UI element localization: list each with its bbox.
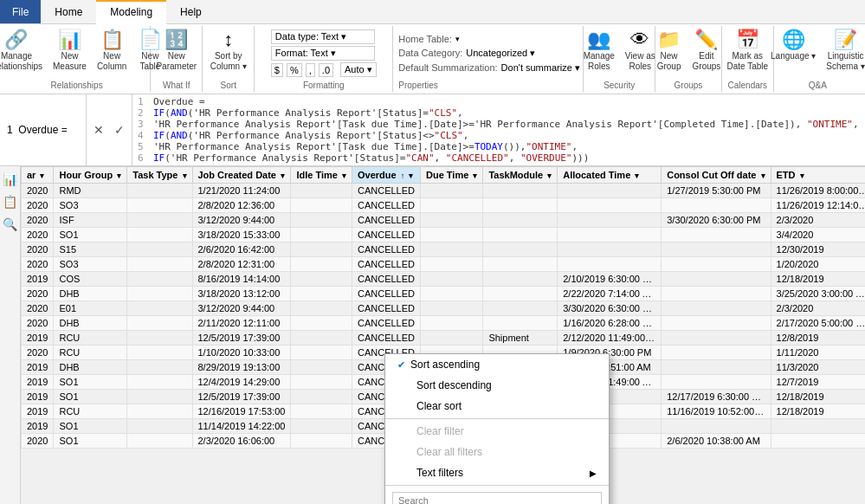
new-group-label: NewGroup [657,51,681,72]
table-cell: 3/12/2020 9:44:00 [192,301,291,316]
separator-2 [385,485,609,486]
col-header-idle-time[interactable]: Idle Time ▾ [291,167,352,184]
decimal-btn[interactable]: .0 [319,63,333,77]
table-cell [291,198,352,213]
mark-date-button[interactable]: 📅 Mark asDate Table [723,28,773,74]
col-header-ar[interactable]: ar ▾ [22,167,54,184]
edit-groups-icon: ✏️ [694,30,718,49]
auto-dropdown[interactable]: Auto ▾ [340,62,377,77]
text-filters-item[interactable]: Text filters ▶ [385,462,609,483]
percent-btn[interactable]: % [287,63,302,77]
col-header-task-type[interactable]: Task Type ▾ [127,167,192,184]
comma-btn[interactable]: , [306,63,315,77]
manage-rel-label: ManageRelationships [0,51,42,72]
linguistic-button[interactable]: 📝 LinguisticSchema ▾ [822,28,865,74]
table-row: 2020S152/6/2020 16:42:00CANCELLED12/30/2… [22,242,866,257]
table-cell [662,257,771,272]
sort-descending-item[interactable]: Sort descending [385,375,609,396]
new-column-button[interactable]: 📋 NewColumn [93,28,131,74]
code-text-3: 'HR Performance Analysis Report'[Task du… [153,119,859,130]
table-cell: 11/26/2019 8:00:00 PM [771,184,865,198]
data-type-dropdown[interactable]: Data type: Text ▾ [271,29,375,44]
manage-relationships-button[interactable]: 🔗 ManageRelationships [0,28,47,74]
formula-editor[interactable]: 1 Overdue = 2 IF(AND('HR Performance Ana… [132,94,865,165]
table-cell [291,257,352,272]
edit-groups-button[interactable]: ✏️ EditGroups [688,28,726,74]
table-cell: 2019 [22,419,54,434]
table-cell [558,184,662,198]
home-table-dropdown[interactable] [455,35,460,43]
tab-modeling[interactable]: Modeling [96,0,166,24]
sort-by-col-button[interactable]: ↕ Sort byColumn ▾ [206,28,251,74]
sort-ascending-item[interactable]: ✔ Sort ascending [385,354,609,375]
table-cell [421,213,483,228]
table-cell [483,257,558,272]
code-line-3: 3 'HR Performance Analysis Report'[Task … [138,119,860,130]
clear-sort-item[interactable]: Clear sort [385,396,609,417]
left-sidebar: 📊 📋 🔍 [0,166,21,504]
table-cell [483,287,558,301]
sidebar-icon-model[interactable]: 🔍 [0,215,20,234]
table-cell: S15 [54,242,127,257]
col-header-job-created[interactable]: Job Created Date ▾ [192,167,291,184]
table-cell [483,301,558,316]
table-cell: 2/22/2020 7:14:00 AM [558,287,662,301]
sort-group-label: Sort [221,81,236,90]
code-text-4: IF(AND('HR Performance Analysis Report'[… [153,130,468,141]
calendars-group-label: Calendars [728,81,768,90]
search-input[interactable] [392,492,602,504]
table-cell: CANCELLED [352,272,420,287]
clear-filter-item: Clear filter [385,421,609,442]
code-text-6: IF('HR Performance Analysis Report'[Stat… [153,152,589,164]
table-cell: 12/30/2019 [771,242,865,257]
table-cell: 2020 [22,257,54,272]
col-header-due-time[interactable]: Due Time ▾ [421,167,483,184]
col-header-hour-group[interactable]: Hour Group ▾ [54,167,127,184]
new-param-button[interactable]: 🔢 NewParameter [152,28,201,74]
format-row: Format: Text ▾ [271,46,375,61]
col-header-etd[interactable]: ETD ▾ [771,167,865,184]
table-cell [291,404,352,419]
sidebar-icon-chart[interactable]: 📊 [0,170,20,189]
formula-cancel-btn[interactable]: ✕ [90,121,107,139]
code-line-4: 4 IF(AND('HR Performance Analysis Report… [138,130,860,141]
col-header-task-module[interactable]: TaskModule ▾ [483,167,558,184]
ribbon: File Home Modeling Help 🔗 ManageRelation… [0,0,865,94]
whatif-buttons: 🔢 NewParameter [152,28,201,79]
formula-controls: ✕ ✓ [87,94,132,165]
ribbon-content: 🔗 ManageRelationships 📊 NewMeasure 📋 New… [0,24,865,94]
table-cell [662,198,771,213]
table-cell [291,331,352,346]
new-group-button[interactable]: 📁 NewGroup [652,28,687,74]
table-cell: 2019 [22,360,54,375]
formula-confirm-btn[interactable]: ✓ [111,121,128,139]
table-cell: 11/14/2019 14:22:00 [192,419,291,434]
table-cell: 8/29/2019 19:13:00 [192,360,291,375]
table-cell: 2/3/2020 16:06:00 [192,434,291,449]
table-cell: 11/26/2019 12:14:00 PM [771,198,865,213]
sort-desc-label: Sort descending [416,379,492,391]
language-button[interactable]: 🌐 Language ▾ [766,28,820,64]
dollar-btn[interactable]: $ [271,63,283,77]
data-cat-value[interactable]: Uncategorized ▾ [466,48,535,59]
table-cell: 2020 [22,301,54,316]
tab-file[interactable]: File [0,0,41,23]
table-cell: 2/11/2020 12:11:00 [192,316,291,331]
col-header-consol[interactable]: Consol Cut Off date ▾ [662,167,771,184]
table-cell [662,346,771,360]
tab-home[interactable]: Home [41,0,96,23]
summarization-value[interactable]: Don't summarize ▾ [501,62,580,74]
table-cell [127,375,192,390]
sidebar-icon-table[interactable]: 📋 [0,192,20,211]
table-cell [483,198,558,213]
manage-roles-button[interactable]: 👥 ManageRoles [579,28,619,74]
table-cell: 1/10/2020 10:33:00 [192,346,291,360]
new-measure-button[interactable]: 📊 NewMeasure [48,28,91,74]
col-header-allocated-time[interactable]: Allocated Time ▾ [558,167,662,184]
table-cell: DHB [54,360,127,375]
tab-help[interactable]: Help [166,0,216,23]
table-cell: Shipment [483,331,558,346]
table-cell [291,184,352,198]
col-header-overdue[interactable]: Overdue ↑ ▾ [352,167,420,184]
format-dropdown[interactable]: Format: Text ▾ [271,46,375,61]
